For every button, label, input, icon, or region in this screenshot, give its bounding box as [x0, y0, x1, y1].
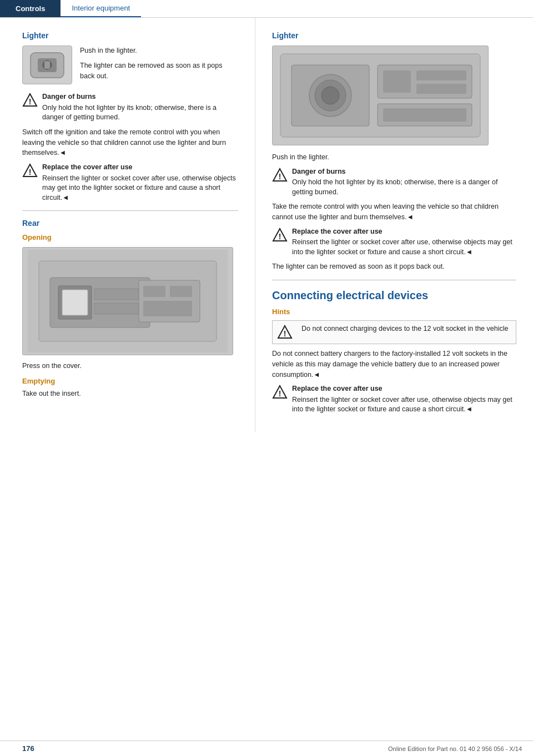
main-content: Lighter Push in the lighter. The lighter…	[0, 18, 533, 432]
lighter-desc1: Push in the lighter.	[80, 46, 238, 56]
separator	[22, 210, 238, 211]
emptying-title: Emptying	[22, 377, 238, 385]
warning-burns-text: Danger of burns Only hold the hot lighte…	[42, 92, 238, 123]
warning-cover-left: ! Replace the cover after use Reinsert t…	[22, 163, 238, 203]
lighter-title-right: Lighter	[272, 31, 516, 40]
warning-burns-detail: Only hold the hot lighter by its knob; o…	[42, 104, 217, 122]
warning-cover-replace: ! Replace the cover after use Reinsert t…	[272, 384, 516, 415]
push-lighter-text: Push in the lighter.	[272, 152, 516, 163]
svg-text:!: !	[284, 329, 286, 338]
take-out-text: Take out the insert.	[22, 389, 238, 399]
svg-rect-26	[383, 70, 411, 93]
warning-triangle-icon4: !	[272, 228, 288, 243]
svg-text:!: !	[279, 232, 281, 241]
warning-cover-title: Replace the cover after use	[42, 163, 238, 173]
warning-burns-left: ! Danger of burns Only hold the hot ligh…	[22, 92, 238, 123]
svg-rect-27	[416, 70, 466, 80]
warning-triangle-icon3: !	[272, 168, 288, 183]
controls-tab[interactable]: Controls	[0, 0, 61, 17]
remote-control-para: Take the remote control with you when le…	[272, 201, 516, 223]
svg-rect-16	[143, 286, 165, 297]
svg-text:!: !	[29, 97, 32, 106]
lighter-desc: Push in the lighter. The lighter can be …	[80, 46, 238, 85]
warning-cover-detail-right: Reinsert the lighter or socket cover aft…	[292, 238, 512, 256]
svg-rect-17	[170, 286, 192, 297]
separator-right	[272, 280, 516, 280]
footer-text: Online Edition for Part no. 01 40 2 956 …	[388, 745, 522, 752]
left-column: Lighter Push in the lighter. The lighter…	[0, 18, 255, 432]
warning-cover-replace-text: Replace the cover after use Reinsert the…	[292, 384, 516, 415]
warning-cover-replace-detail: Reinsert the lighter or socket cover aft…	[292, 396, 512, 414]
warning-triangle-icon2: !	[22, 163, 38, 179]
warning-cover-title-right: Replace the cover after use	[292, 227, 516, 237]
interior-equipment-tab[interactable]: Interior equipment	[61, 0, 141, 17]
warning-burns-title: Danger of burns	[42, 92, 238, 102]
lighter-removed-para: The lighter can be removed as soon as it…	[272, 261, 516, 272]
warning-burns-right: ! Danger of burns Only hold the hot ligh…	[272, 167, 516, 198]
warning-cover-detail: Reinsert the lighter or socket cover aft…	[42, 174, 236, 201]
interior-equipment-label: Interior equipment	[72, 4, 130, 12]
svg-rect-30	[383, 108, 466, 122]
svg-text:!: !	[279, 389, 281, 398]
svg-rect-13	[94, 303, 139, 314]
rear-opening-image	[22, 247, 233, 355]
right-column: Lighter Push in the lighter.	[255, 18, 533, 432]
svg-rect-18	[143, 301, 192, 316]
warning-burns-title-right: Danger of burns	[292, 167, 516, 177]
opening-title: Opening	[22, 233, 238, 241]
connecting-title: Connecting electrical devices	[272, 289, 516, 302]
svg-text:!: !	[29, 168, 32, 177]
warning-charging-text: Do not connect charging devices to the 1…	[301, 324, 508, 334]
warning-cover-replace-title: Replace the cover after use	[292, 384, 516, 394]
svg-rect-14	[62, 290, 88, 315]
ignition-para: Switch off the ignition and take the rem…	[22, 127, 238, 158]
warning-triangle-icon: !	[22, 93, 38, 108]
lighter-image-right	[272, 46, 489, 145]
warning-triangle-icon6: !	[272, 385, 288, 400]
svg-text:!: !	[279, 172, 281, 181]
press-cover-text: Press on the cover.	[22, 361, 238, 371]
warning-burns-detail-right: Only hold the hot lighter by its knob; o…	[292, 178, 497, 196]
page-footer: 176 Online Edition for Part no. 01 40 2 …	[0, 740, 533, 756]
page-number: 176	[22, 744, 34, 753]
svg-rect-12	[94, 289, 139, 300]
battery-chargers-para: Do not connect battery chargers to the f…	[272, 349, 516, 380]
warning-cover-right: ! Replace the cover after use Reinsert t…	[272, 227, 516, 258]
lighter-row: Push in the lighter. The lighter can be …	[22, 46, 238, 85]
rear-title: Rear	[22, 219, 238, 228]
lighter-desc2: The lighter can be removed as soon as it…	[80, 61, 238, 82]
warning-triangle-icon5: !	[277, 325, 293, 340]
lighter-title-left: Lighter	[22, 31, 238, 40]
hints-title: Hints	[272, 308, 516, 316]
warning-cover-text: Replace the cover after use Reinsert the…	[42, 163, 238, 203]
lighter-image	[22, 46, 72, 84]
svg-point-24	[321, 87, 339, 104]
warning-cover-text-right: Replace the cover after use Reinsert the…	[292, 227, 516, 258]
warning-burns-text-right: Danger of burns Only hold the hot lighte…	[292, 167, 516, 198]
svg-rect-28	[416, 84, 466, 94]
page-header: Controls Interior equipment	[0, 0, 533, 18]
controls-tab-label: Controls	[16, 4, 45, 13]
svg-rect-3	[44, 61, 50, 69]
warning-charging: ! Do not connect charging devices to the…	[272, 320, 516, 344]
